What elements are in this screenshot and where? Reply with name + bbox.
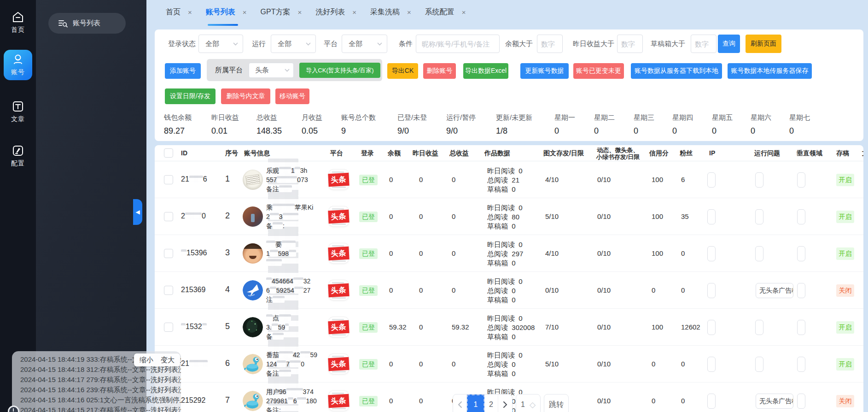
- move-account-button[interactable]: 移动账号: [275, 88, 309, 104]
- run-select[interactable]: 全部: [271, 35, 316, 53]
- spinner-icon[interactable]: ◇: [530, 401, 536, 409]
- stat-label: 总收益: [256, 113, 282, 122]
- toutiao-bottom-text: [332, 297, 346, 299]
- export-excel-button[interactable]: 导出数据Excel: [463, 63, 508, 79]
- delete-account-button[interactable]: 删除账号: [423, 63, 456, 79]
- vertical-field-input[interactable]: [797, 209, 805, 224]
- query-button[interactable]: 查询: [718, 35, 740, 53]
- stat-3: 总收益148.35: [256, 113, 282, 136]
- set-daily-limit-button[interactable]: 设置日限/存发: [165, 88, 216, 104]
- cell-yesterday-income: 0: [419, 286, 423, 294]
- update-account-button[interactable]: 更新账号数据: [520, 63, 569, 79]
- chevron-left-icon: [458, 401, 462, 408]
- ip-input[interactable]: [707, 246, 716, 261]
- censored-block: [270, 287, 276, 294]
- close-icon[interactable]: ×: [297, 9, 302, 16]
- col-header-balance: 余额: [388, 145, 401, 161]
- log-enlarge-button[interactable]: 变大: [161, 356, 175, 365]
- export-ck-button[interactable]: 导出CK: [387, 63, 418, 79]
- log-line: 2024-04-15 18:44:17 279:存稿系统--文章--洗好列表没: [20, 376, 181, 384]
- upload-to-server-button[interactable]: 账号数据本地传服务器保存: [728, 63, 812, 79]
- row-checkbox[interactable]: [164, 249, 173, 258]
- add-account-button[interactable]: 添加账号: [165, 63, 201, 79]
- ip-input[interactable]: [707, 209, 716, 224]
- page-2[interactable]: 2: [484, 394, 498, 412]
- close-icon[interactable]: ×: [352, 9, 356, 16]
- draftbox-gt-input[interactable]: [691, 35, 717, 53]
- sidebar-item-home[interactable]: 首页: [4, 7, 32, 38]
- run-issue-input[interactable]: 无头条广告栏: [756, 394, 793, 409]
- ip-input[interactable]: [707, 357, 716, 372]
- import-ck-button[interactable]: 导入CK(暂支持头条/百家): [299, 63, 380, 78]
- delete-account-articles-button[interactable]: 删除号内文章: [221, 88, 270, 104]
- run-issue-input[interactable]: [755, 357, 763, 372]
- login-status-select[interactable]: 全部: [198, 35, 243, 53]
- col-header-extra: 文: [862, 145, 863, 161]
- run-issue-input[interactable]: [755, 246, 763, 261]
- platform-select[interactable]: 全部: [342, 35, 387, 53]
- stat-label: 星期一: [554, 113, 575, 122]
- close-icon[interactable]: ×: [407, 9, 411, 16]
- stat-label: 星期二: [594, 113, 615, 122]
- condition-input[interactable]: [416, 35, 500, 53]
- refresh-page-button[interactable]: 刷新页面: [746, 35, 781, 53]
- balance-gt-input[interactable]: [537, 35, 563, 53]
- select-all-checkbox[interactable]: [164, 148, 173, 158]
- download-from-server-button[interactable]: 账号数据从服务器下载到本地: [631, 63, 722, 79]
- col-header-index: 序号: [225, 145, 238, 161]
- close-icon[interactable]: ×: [188, 9, 192, 16]
- run-issue-input[interactable]: 无头条广告栏: [756, 283, 793, 298]
- panel-search-label: 账号列表: [73, 19, 100, 28]
- run-issue-input[interactable]: [755, 320, 763, 335]
- close-icon[interactable]: ×: [462, 9, 466, 16]
- ip-input[interactable]: [707, 283, 716, 298]
- jump-page-input[interactable]: 1◇: [516, 394, 541, 412]
- ip-input[interactable]: [707, 394, 716, 409]
- platform-group-select[interactable]: 头条: [249, 63, 294, 78]
- tab-6[interactable]: 系统配置×: [425, 5, 466, 19]
- prev-page-button[interactable]: [453, 394, 467, 412]
- page-1[interactable]: 1: [467, 394, 484, 412]
- changed-not-updated-button[interactable]: 账号已更变未更: [573, 63, 624, 79]
- vertical-field-input[interactable]: [797, 172, 805, 188]
- cell-yesterday-income: 0: [419, 176, 423, 183]
- log-shrink-button[interactable]: 缩小: [140, 356, 153, 365]
- jump-button[interactable]: 跳转: [544, 394, 569, 412]
- vertical-field-input[interactable]: [797, 283, 805, 298]
- cell-account-info: 乐观13h557073备注: [266, 166, 308, 194]
- panel-search[interactable]: 账号列表: [48, 13, 126, 34]
- run-issue-input[interactable]: [755, 172, 763, 188]
- toutiao-bottom-text: [332, 371, 346, 372]
- vertical-field-input[interactable]: [797, 246, 805, 261]
- row-checkbox[interactable]: [164, 286, 173, 295]
- sidebar-item-config[interactable]: 配置: [4, 141, 32, 171]
- next-page-button[interactable]: [498, 394, 512, 412]
- tab-2[interactable]: 账号列表×: [206, 5, 247, 19]
- ip-input[interactable]: [707, 172, 716, 188]
- tab-4[interactable]: 洗好列表×: [315, 5, 356, 19]
- stat-label: 月收益: [302, 113, 322, 122]
- row-checkbox[interactable]: [164, 175, 173, 184]
- tab-label: 账号列表: [206, 7, 235, 17]
- vertical-field-input[interactable]: [797, 394, 805, 409]
- vertical-field-input[interactable]: [797, 357, 805, 372]
- panel-collapse-handle[interactable]: ◀: [133, 199, 142, 225]
- cell-credit-score: 100: [652, 249, 663, 257]
- yesterday-gt-input[interactable]: [617, 35, 643, 53]
- run-issue-input[interactable]: [755, 209, 763, 224]
- tab-1[interactable]: 首页×: [166, 5, 192, 19]
- tab-3[interactable]: GPT方案×: [261, 5, 302, 19]
- chevron-down-icon: [285, 69, 290, 72]
- stat-label: 星期三: [634, 113, 654, 122]
- vertical-field-input[interactable]: [797, 320, 805, 335]
- tab-label: 洗好列表: [315, 7, 345, 17]
- stat-9: 星期一0: [554, 113, 575, 136]
- ip-input[interactable]: [707, 320, 716, 335]
- sidebar-item-article[interactable]: 文章: [4, 97, 32, 127]
- row-checkbox[interactable]: [164, 212, 173, 221]
- tab-5[interactable]: 采集洗稿×: [370, 5, 411, 19]
- close-icon[interactable]: ×: [243, 9, 247, 16]
- cell-yesterday-income: 0: [419, 323, 423, 331]
- sidebar-item-account[interactable]: 账号: [4, 50, 32, 80]
- row-checkbox[interactable]: [164, 323, 173, 332]
